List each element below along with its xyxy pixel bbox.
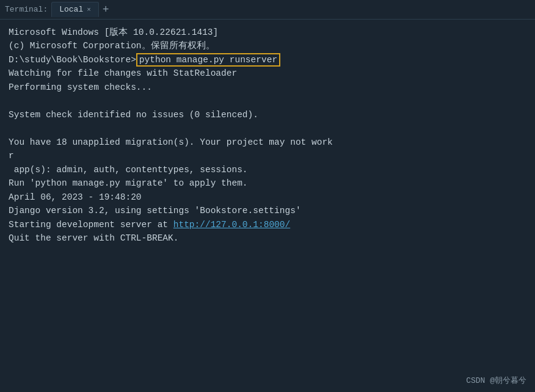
server-prefix: Starting development server at (9, 220, 173, 230)
output-line-2: (c) Microsoft Corporation。保留所有权利。 (9, 39, 526, 53)
terminal-label: Terminal: (5, 5, 48, 14)
server-link[interactable]: http://127.0.0.1:8000/ (173, 220, 290, 230)
empty-line-1 (9, 94, 526, 107)
output-line-3: D:\study\Book\Bookstore>python manage.py… (9, 53, 526, 67)
tab-name: Local (59, 5, 83, 14)
output-line-12: Django version 3.2, using settings 'Book… (9, 204, 526, 217)
output-line-7: You have 18 unapplied migration(s). Your… (9, 136, 526, 149)
output-line-8: r (9, 149, 526, 162)
command-highlight: python manage.py runserver (136, 53, 280, 67)
prompt-prefix: D:\study\Book\Bookstore> (9, 55, 136, 65)
output-line-10: Run 'python manage.py migrate' to apply … (9, 176, 526, 190)
output-line-5: Performing system checks... (9, 81, 526, 94)
empty-line-2 (9, 122, 526, 135)
terminal-body: Microsoft Windows [版本 10.0.22621.1413] (… (0, 20, 535, 392)
output-line-14: Quit the server with CTRL-BREAK. (9, 231, 526, 245)
active-tab[interactable]: Local × (51, 2, 99, 17)
watermark: CSDN @朝兮暮兮 (466, 375, 526, 386)
tab-close-button[interactable]: × (87, 6, 91, 13)
output-line-4: Watching for file changes with StatReloa… (9, 67, 526, 80)
output-line-13: Starting development server at http://12… (9, 218, 526, 231)
output-line-6: System check identified no issues (0 sil… (9, 108, 526, 122)
output-line-9: app(s): admin, auth, contenttypes, sessi… (9, 163, 526, 176)
output-line-1: Microsoft Windows [版本 10.0.22621.1413] (9, 26, 526, 39)
output-line-11: April 06, 2023 - 19:48:20 (9, 191, 526, 204)
new-tab-button[interactable]: + (103, 4, 109, 15)
terminal-container: Terminal: Local × + Microsoft Windows [版… (0, 0, 535, 392)
tab-bar: Terminal: Local × + (0, 0, 535, 20)
